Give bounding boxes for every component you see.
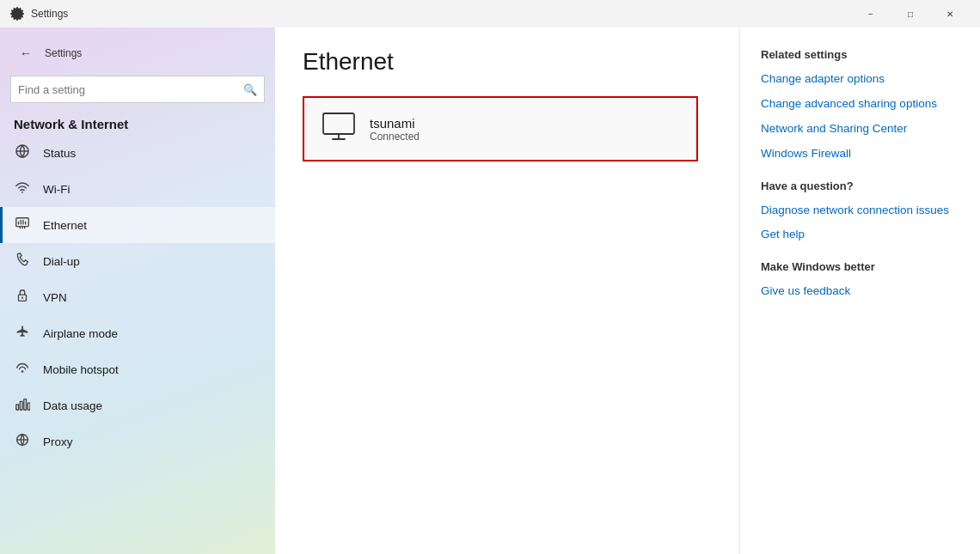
svg-rect-11	[323, 113, 354, 134]
sidebar-item-wifi[interactable]: Wi-Fi	[0, 171, 275, 207]
change-sharing-link[interactable]: Change advanced sharing options	[761, 96, 959, 113]
sidebar: ← Settings 🔍 Network & Internet Status	[0, 27, 275, 554]
settings-icon	[10, 7, 24, 21]
hotspot-icon	[14, 360, 31, 379]
back-icon: ←	[20, 46, 32, 60]
dialup-label: Dial-up	[43, 255, 80, 268]
windows-firewall-link[interactable]: Windows Firewall	[761, 146, 959, 162]
ethernet-icon	[14, 216, 31, 234]
status-icon	[14, 143, 31, 162]
page-title: Ethernet	[303, 48, 712, 76]
airplane-icon	[14, 324, 31, 343]
main-panel: Ethernet tsunami Connected	[275, 27, 739, 554]
search-box[interactable]: 🔍	[10, 76, 265, 103]
content-area: Ethernet tsunami Connected Related setti…	[275, 27, 980, 554]
network-name: tsunami	[370, 116, 420, 131]
svg-rect-7	[20, 401, 22, 410]
feedback-divider: Make Windows better	[761, 260, 959, 273]
feedback-heading: Make Windows better	[761, 260, 959, 273]
sidebar-item-dialup[interactable]: Dial-up	[0, 243, 275, 279]
network-card[interactable]: tsunami Connected	[303, 96, 698, 161]
sidebar-item-airplane[interactable]: Airplane mode	[0, 315, 275, 351]
network-info: tsunami Connected	[370, 116, 420, 143]
question-divider: Have a question?	[761, 180, 959, 192]
status-label: Status	[43, 147, 76, 160]
hotspot-label: Mobile hotspot	[43, 363, 119, 376]
change-adapter-link[interactable]: Change adapter options	[761, 71, 959, 88]
svg-rect-8	[24, 399, 27, 411]
sidebar-header: ← Settings	[0, 27, 275, 72]
get-help-link[interactable]: Get help	[761, 227, 959, 243]
search-input[interactable]	[18, 83, 243, 96]
monitor-icon	[322, 112, 356, 146]
close-button[interactable]: ✕	[930, 0, 970, 27]
network-status: Connected	[370, 131, 420, 143]
question-heading: Have a question?	[761, 180, 959, 192]
vpn-icon	[14, 288, 31, 307]
window-controls: − □ ✕	[851, 0, 970, 27]
back-button[interactable]: ←	[14, 41, 38, 65]
sidebar-item-proxy[interactable]: Proxy	[0, 423, 275, 460]
datausage-label: Data usage	[43, 399, 102, 412]
vpn-label: VPN	[43, 291, 67, 304]
network-sharing-center-link[interactable]: Network and Sharing Center	[761, 121, 959, 137]
titlebar: Settings − □ ✕	[0, 0, 980, 27]
ethernet-label: Ethernet	[43, 219, 87, 232]
sidebar-section-title: Network & Internet	[0, 110, 275, 135]
wifi-label: Wi-Fi	[43, 183, 70, 196]
minimize-button[interactable]: −	[851, 0, 891, 27]
search-icon: 🔍	[243, 83, 257, 96]
svg-point-4	[21, 297, 23, 299]
app-body: ← Settings 🔍 Network & Internet Status	[0, 27, 980, 554]
app-title-label: Settings	[31, 8, 851, 20]
svg-point-5	[21, 370, 24, 373]
proxy-label: Proxy	[43, 435, 73, 448]
maximize-button[interactable]: □	[891, 0, 930, 27]
sidebar-item-ethernet[interactable]: Ethernet	[0, 207, 275, 243]
sidebar-item-datausage[interactable]: Data usage	[0, 387, 275, 423]
airplane-label: Airplane mode	[43, 327, 118, 340]
svg-point-1	[21, 192, 23, 193]
datausage-icon	[14, 396, 31, 415]
sidebar-item-vpn[interactable]: VPN	[0, 279, 275, 315]
proxy-icon	[14, 432, 31, 451]
diagnose-link[interactable]: Diagnose network connection issues	[761, 203, 959, 219]
sidebar-item-hotspot[interactable]: Mobile hotspot	[0, 351, 275, 387]
sidebar-app-title: Settings	[45, 47, 82, 59]
wifi-icon	[14, 180, 31, 198]
dialup-icon	[14, 252, 31, 271]
right-panel: Related settings Change adapter options …	[739, 27, 980, 554]
feedback-link[interactable]: Give us feedback	[761, 283, 959, 300]
svg-rect-9	[28, 403, 30, 410]
sidebar-item-status[interactable]: Status	[0, 135, 275, 171]
related-settings-heading: Related settings	[761, 48, 959, 61]
svg-rect-6	[16, 405, 19, 410]
